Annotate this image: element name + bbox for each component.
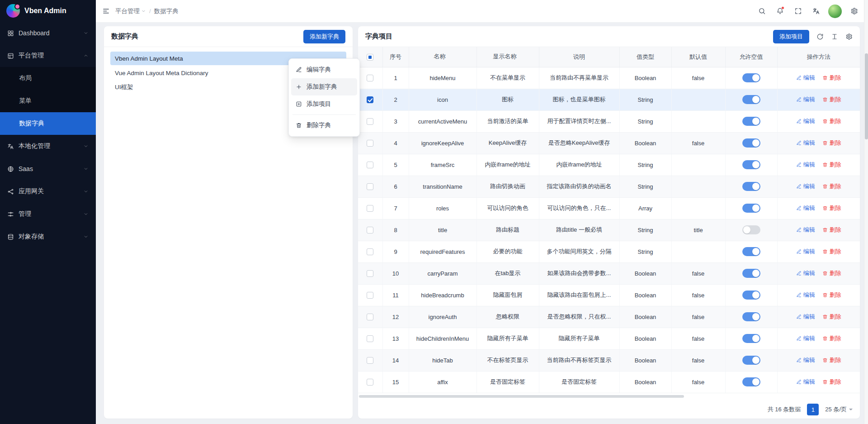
context-menu-item[interactable]: 添加项目	[291, 95, 357, 113]
delete-link[interactable]: 删除	[822, 95, 841, 104]
context-menu-item[interactable]: 删除字典	[291, 117, 357, 134]
row-checkbox[interactable]	[367, 140, 373, 147]
bell-button[interactable]	[772, 4, 788, 19]
user-avatar[interactable]	[828, 5, 842, 18]
gear-icon[interactable]	[845, 33, 853, 40]
app-logo[interactable]: Vben Admin	[0, 0, 96, 22]
row-checkbox[interactable]	[367, 357, 373, 364]
allow-empty-toggle[interactable]	[742, 117, 760, 126]
delete-link[interactable]: 删除	[822, 139, 841, 147]
table-row[interactable]: 13hideChildrenInMenu隐藏所有子菜单隐藏所有子菜单Boolea…	[358, 328, 860, 349]
delete-link[interactable]: 删除	[822, 117, 841, 125]
allow-empty-toggle[interactable]	[742, 247, 760, 256]
sort-asc-icon[interactable]	[448, 52, 452, 56]
edit-link[interactable]: 编辑	[796, 248, 815, 256]
allow-empty-toggle[interactable]	[742, 160, 760, 169]
table-row[interactable]: 12ignoreAuth忽略权限是否忽略权限，只在权...Booleanfals…	[358, 306, 860, 328]
sidebar-item-saas[interactable]: Saas	[0, 157, 96, 180]
delete-link[interactable]: 删除	[822, 74, 841, 82]
table-row[interactable]: 10carryParam在tab显示如果该路由会携带参数...Booleanfa…	[358, 262, 860, 284]
table-row[interactable]: 2icon图标图标，也是菜单图标String编辑删除	[358, 89, 860, 110]
row-checkbox[interactable]	[367, 248, 373, 255]
allow-empty-toggle[interactable]	[742, 225, 760, 234]
allow-empty-toggle[interactable]	[742, 182, 760, 191]
sidebar-item-dashboard[interactable]: Dashboard	[0, 22, 96, 44]
table-row[interactable]: 15affix是否固定标签是否固定标签Booleanfalse编辑删除	[358, 371, 860, 393]
allow-empty-toggle[interactable]	[742, 334, 760, 343]
translate-button[interactable]	[808, 4, 824, 19]
table-row[interactable]: 9requiredFeatures必要的功能多个功能间用英文，分隔String编…	[358, 241, 860, 262]
delete-link[interactable]: 删除	[822, 334, 841, 343]
context-menu-item[interactable]: 添加新字典	[291, 78, 357, 95]
context-menu-item[interactable]: 编辑字典	[291, 61, 357, 78]
delete-link[interactable]: 删除	[822, 182, 841, 191]
row-checkbox[interactable]	[367, 227, 373, 233]
edit-link[interactable]: 编辑	[796, 378, 815, 386]
table-row[interactable]: 4ignoreKeepAliveKeepAlive缓存是否忽略KeepAlive…	[358, 132, 860, 154]
delete-link[interactable]: 删除	[822, 356, 841, 364]
delete-link[interactable]: 删除	[822, 313, 841, 321]
sort-icons[interactable]	[519, 52, 523, 61]
breadcrumb-item[interactable]: 平台管理	[115, 7, 146, 15]
delete-link[interactable]: 删除	[822, 226, 841, 234]
sidebar-item-locale[interactable]: 本地化管理	[0, 135, 96, 157]
search-button[interactable]	[754, 4, 769, 19]
row-checkbox[interactable]	[367, 205, 373, 212]
sidebar-item-platform[interactable]: 平台管理	[0, 44, 96, 67]
edit-link[interactable]: 编辑	[796, 291, 815, 299]
column-header-name[interactable]: 名称	[409, 47, 476, 67]
table-row[interactable]: 1hideMenu不在菜单显示当前路由不再菜单显示Booleanfalse编辑删…	[358, 67, 860, 89]
page-size-select[interactable]: 25 条/页	[825, 405, 853, 414]
edit-link[interactable]: 编辑	[796, 269, 815, 277]
gear-button[interactable]	[846, 4, 862, 19]
row-checkbox[interactable]	[367, 75, 373, 81]
table-row[interactable]: 14hideTab不在标签页显示当前路由不再标签页显示Booleanfalse编…	[358, 349, 860, 371]
edit-link[interactable]: 编辑	[796, 117, 815, 125]
delete-link[interactable]: 删除	[822, 248, 841, 256]
table-row[interactable]: 8title路由标题路由title 一般必填Stringtitle编辑删除	[358, 219, 860, 241]
allow-empty-toggle[interactable]	[742, 312, 760, 321]
allow-empty-toggle[interactable]	[742, 291, 760, 300]
edit-link[interactable]: 编辑	[796, 313, 815, 321]
fullscreen-button[interactable]	[790, 4, 806, 19]
edit-link[interactable]: 编辑	[796, 356, 815, 364]
sort-desc-icon[interactable]	[519, 57, 523, 61]
allow-empty-toggle[interactable]	[742, 377, 760, 386]
table-row[interactable]: 5frameSrc内嵌iframe的地址内嵌iframe的地址String编辑删…	[358, 154, 860, 176]
row-checkbox[interactable]	[367, 314, 373, 320]
page-scrollbar-thumb[interactable]	[865, 53, 868, 139]
row-checkbox[interactable]	[367, 183, 373, 190]
sidebar-subitem-layout[interactable]: 布局	[0, 67, 96, 90]
select-all-checkbox[interactable]	[367, 54, 373, 61]
refresh-icon[interactable]	[816, 33, 824, 40]
allow-empty-toggle[interactable]	[742, 95, 760, 104]
allow-empty-toggle[interactable]	[742, 269, 760, 278]
sidebar-toggle-icon[interactable]	[102, 7, 110, 15]
table-row[interactable]: 7roles可以访问的角色可以访问的角色，只在...Array编辑删除	[358, 197, 860, 219]
row-checkbox[interactable]	[367, 335, 373, 342]
row-checkbox[interactable]	[367, 118, 373, 125]
edit-link[interactable]: 编辑	[796, 139, 815, 147]
edit-link[interactable]: 编辑	[796, 182, 815, 191]
sidebar-item-storage[interactable]: 对象存储	[0, 225, 96, 248]
delete-link[interactable]: 删除	[822, 291, 841, 299]
delete-link[interactable]: 删除	[822, 204, 841, 212]
sort-asc-icon[interactable]	[519, 52, 523, 56]
sidebar-subitem-data-dict[interactable]: 数据字典	[0, 112, 96, 135]
delete-link[interactable]: 删除	[822, 161, 841, 169]
horizontal-scrollbar-thumb[interactable]	[359, 395, 684, 398]
sort-desc-icon[interactable]	[448, 57, 452, 61]
edit-link[interactable]: 编辑	[796, 161, 815, 169]
edit-link[interactable]: 编辑	[796, 95, 815, 104]
row-checkbox[interactable]	[367, 292, 373, 299]
sidebar-item-gateway[interactable]: 应用网关	[0, 180, 96, 203]
add-item-button[interactable]: 添加项目	[773, 30, 809, 43]
row-height-icon[interactable]	[831, 33, 838, 40]
edit-link[interactable]: 编辑	[796, 74, 815, 82]
sort-icons[interactable]	[448, 52, 452, 61]
row-checkbox[interactable]	[367, 96, 373, 103]
table-row[interactable]: 6transitionName路由切换动画指定该路由切换的动画名String编辑…	[358, 176, 860, 197]
row-checkbox[interactable]	[367, 162, 373, 168]
allow-empty-toggle[interactable]	[742, 73, 760, 82]
sidebar-subitem-menu[interactable]: 菜单	[0, 90, 96, 112]
